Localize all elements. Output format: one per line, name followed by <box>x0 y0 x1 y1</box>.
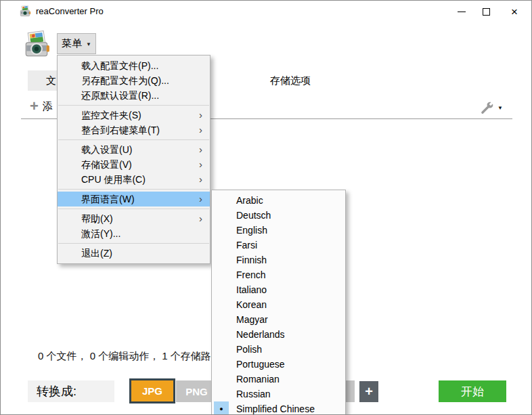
format-jpg-label: JPG <box>142 385 162 397</box>
submenu-arrow-icon: › <box>199 157 202 172</box>
app-converter-icon <box>22 30 51 60</box>
submenu-arrow-icon: › <box>199 108 202 123</box>
plus-icon: + <box>365 384 373 399</box>
menu-item-activate[interactable]: 激活(Y)... <box>58 226 210 241</box>
language-label: French <box>236 269 266 280</box>
menu-item-label: 还原默认设置(R)... <box>81 90 159 101</box>
menu-item-label: 整合到右键菜单(T) <box>81 125 160 135</box>
language-item-deutsch[interactable]: Deutsch <box>212 208 345 223</box>
language-label: Nederlands <box>236 329 285 340</box>
language-item-english[interactable]: English <box>212 223 345 238</box>
language-item-russian[interactable]: Russian <box>212 387 345 401</box>
convert-to-text: 转换成: <box>37 383 76 399</box>
menu-item-watch-folders[interactable]: 监控文件夹(S) › <box>58 108 210 123</box>
language-item-romanian[interactable]: Romanian <box>212 372 345 387</box>
radio-dot-icon: ● <box>219 406 223 412</box>
wrench-icon <box>480 101 494 115</box>
language-item-magyar[interactable]: Magyar <box>212 312 345 327</box>
add-format-button[interactable]: + <box>359 381 378 402</box>
language-item-arabic[interactable]: Arabic <box>212 193 345 208</box>
menu-separator <box>58 189 209 190</box>
convert-to-label: 转换成: <box>28 380 114 402</box>
menu-item-label: 载入配置文件(P)... <box>81 60 158 71</box>
language-label: Simplified Chinese <box>236 403 315 414</box>
menu-item-label: 帮助(X) <box>81 213 113 224</box>
language-label: Finnish <box>236 255 267 265</box>
language-item-simplified-chinese[interactable]: ● Simplified Chinese <box>212 401 345 415</box>
menu-item-load-settings[interactable]: 载入设置(U) › <box>58 142 210 157</box>
format-button-jpg[interactable]: JPG <box>129 378 175 403</box>
format-png-label: PNG <box>185 386 208 397</box>
menu-separator <box>58 105 209 106</box>
submenu-arrow-icon: › <box>199 192 202 206</box>
tab-files-partial[interactable]: 文 <box>28 70 58 91</box>
menu-item-label: 界面语言(W) <box>81 194 135 204</box>
language-label: Arabic <box>236 195 263 206</box>
title-bar: reaConverter Pro × <box>1 1 531 22</box>
plus-icon: + <box>30 99 39 114</box>
add-files-label-partial: 添 <box>43 100 54 113</box>
menu-item-label: 监控文件夹(S) <box>81 110 141 121</box>
settings-wrench-button[interactable]: ▼ <box>480 99 511 116</box>
menu-item-cpu-usage[interactable]: CPU 使用率(C) › <box>58 172 210 187</box>
language-label: Magyar <box>236 314 268 325</box>
language-item-nederlands[interactable]: Nederlands <box>212 327 345 342</box>
tab-storage-options[interactable]: 存储选项 <box>270 74 311 87</box>
menu-button-label: 菜单 <box>62 37 82 50</box>
chevron-down-icon: ▼ <box>497 105 503 111</box>
language-label: Russian <box>236 389 271 399</box>
menu-separator <box>58 209 209 209</box>
menu-item-load-profile[interactable]: 载入配置文件(P)... <box>58 58 210 73</box>
close-button[interactable]: × <box>503 2 526 21</box>
submenu-arrow-icon: › <box>199 123 202 137</box>
minimize-icon <box>458 12 466 12</box>
maximize-button[interactable] <box>474 2 497 21</box>
menu-item-label: 另存配置文件为(Q)... <box>81 75 169 86</box>
language-item-farsi[interactable]: Farsi <box>212 238 345 253</box>
language-submenu-popup: Arabic Deutsch English Farsi Finnish Fre… <box>211 190 346 415</box>
app-logo-icon <box>19 5 31 18</box>
submenu-arrow-icon: › <box>199 211 202 226</box>
language-label: Korean <box>236 299 267 310</box>
menu-separator <box>58 243 209 244</box>
language-label: Deutsch <box>236 210 271 221</box>
chevron-down-icon: ▼ <box>86 41 91 47</box>
menu-item-interface-language[interactable]: 界面语言(W) › <box>58 192 210 206</box>
language-label: Romanian <box>236 374 280 385</box>
language-item-korean[interactable]: Korean <box>212 297 345 312</box>
language-item-polish[interactable]: Polish <box>212 342 345 357</box>
submenu-arrow-icon: › <box>199 172 202 187</box>
menu-item-save-profile-as[interactable]: 另存配置文件为(Q)... <box>58 73 210 88</box>
status-summary: 0 个文件， 0 个编辑动作， 1 个存储路径 <box>38 350 221 363</box>
language-label: Polish <box>236 344 262 355</box>
menu-item-context-menu-integration[interactable]: 整合到右键菜单(T) › <box>58 123 210 137</box>
submenu-arrow-icon: › <box>199 142 202 157</box>
start-button[interactable]: 开始 <box>439 380 506 402</box>
menu-dropdown-button[interactable]: 菜单 ▼ <box>57 33 96 54</box>
add-files-button[interactable]: + 添 <box>30 98 54 114</box>
tab-files-label: 文 <box>46 74 56 87</box>
language-item-french[interactable]: French <box>212 267 345 282</box>
menu-item-exit[interactable]: 退出(Z) <box>58 246 210 261</box>
menu-item-label: 存储设置(V) <box>81 159 132 170</box>
tab-storage-label: 存储选项 <box>270 74 311 86</box>
minimize-button[interactable] <box>450 2 473 21</box>
menu-separator <box>58 139 209 140</box>
menu-item-label: CPU 使用率(C) <box>81 174 146 185</box>
language-item-finnish[interactable]: Finnish <box>212 253 345 267</box>
window-title: reaConverter Pro <box>36 6 104 16</box>
menu-item-help[interactable]: 帮助(X) › <box>58 211 210 226</box>
close-icon: × <box>511 6 518 18</box>
language-item-portuguese[interactable]: Portuguese <box>212 357 345 372</box>
language-label: Farsi <box>236 240 257 250</box>
language-item-italiano[interactable]: Italiano <box>212 282 345 297</box>
start-button-label: 开始 <box>461 384 484 399</box>
maximize-icon <box>483 8 490 16</box>
app-window: reaConverter Pro × 菜单 ▼ 文 存储选项 + 添 <box>0 0 532 415</box>
menu-item-save-settings[interactable]: 存储设置(V) › <box>58 157 210 172</box>
menu-item-label: 载入设置(U) <box>81 144 132 155</box>
language-label: Italiano <box>236 284 267 295</box>
menu-item-label: 退出(Z) <box>81 248 112 259</box>
selected-language-radio: ● <box>214 401 229 415</box>
menu-item-restore-defaults[interactable]: 还原默认设置(R)... <box>58 88 210 103</box>
